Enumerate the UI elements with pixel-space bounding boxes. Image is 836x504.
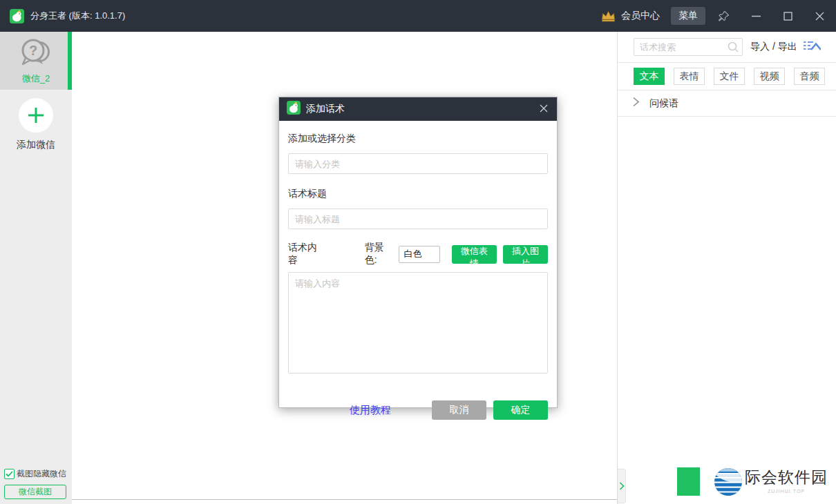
close-button[interactable] bbox=[814, 12, 825, 21]
hide-wechat-label: 截图隐藏微信 bbox=[17, 468, 66, 480]
tab-file[interactable]: 文件 bbox=[714, 68, 745, 85]
app-title: 分身王者 (版本: 1.0.1.7) bbox=[30, 10, 125, 22]
maximize-button[interactable] bbox=[782, 12, 793, 21]
hide-wechat-checkbox[interactable]: 截图隐藏微信 bbox=[4, 468, 68, 480]
dialog-header: 添加话术 bbox=[279, 97, 557, 121]
member-center-link[interactable]: 会员中心 bbox=[621, 10, 660, 22]
account-label: 微信_2 bbox=[22, 72, 50, 85]
dialog-close-icon[interactable] bbox=[538, 101, 549, 117]
panel-collapse-handle[interactable] bbox=[618, 469, 626, 503]
content-label: 话术内容 bbox=[288, 242, 322, 266]
titlebar: 分身王者 (版本: 1.0.1.7) 会员中心 菜单 bbox=[0, 0, 836, 32]
menu-button[interactable]: 菜单 bbox=[671, 7, 705, 25]
content-textarea[interactable] bbox=[288, 272, 548, 374]
tab-emoji[interactable]: 表情 bbox=[674, 68, 705, 85]
tab-audio[interactable]: 音频 bbox=[794, 68, 825, 85]
minimize-button[interactable] bbox=[750, 12, 761, 21]
wechat-screenshot-button[interactable]: 微信截图 bbox=[4, 485, 66, 499]
group-label: 问候语 bbox=[649, 97, 678, 110]
search-icon bbox=[727, 41, 739, 56]
active-indicator bbox=[68, 32, 72, 90]
chevron-right-icon bbox=[631, 97, 640, 110]
sidebar: ? 微信_2 添加微信 截图隐藏微信 微信截图 bbox=[0, 32, 72, 504]
dialog-title: 添加话术 bbox=[306, 103, 538, 115]
insert-image-button[interactable]: 插入图片 bbox=[503, 245, 548, 264]
import-export-link[interactable]: 导入 / 导出 bbox=[750, 41, 797, 53]
search-row: 导入 / 导出 bbox=[618, 32, 836, 56]
sidebar-item-wechat-2[interactable]: ? 微信_2 bbox=[0, 32, 72, 90]
content-toolbar: 话术内容 背景色: 微信表情 插入图片 bbox=[288, 242, 548, 266]
bg-color-label: 背景色: bbox=[365, 242, 392, 266]
sidebar-bottom: 截图隐藏微信 微信截图 bbox=[4, 468, 68, 499]
add-wechat-button[interactable]: 添加微信 bbox=[0, 90, 72, 151]
globe-logo-icon bbox=[713, 467, 743, 500]
dialog-footer: 使用教程 取消 确定 bbox=[288, 400, 548, 420]
script-title-label: 话术标题 bbox=[288, 188, 548, 200]
svg-text:?: ? bbox=[29, 43, 37, 58]
watermark-green-square bbox=[677, 467, 700, 496]
tab-text[interactable]: 文本 bbox=[634, 68, 665, 85]
plus-icon bbox=[19, 98, 53, 133]
script-panel: 导入 / 导出 文本 表情 文件 视频 音频 bbox=[617, 32, 836, 504]
wechat-emoji-button[interactable]: 微信表情 bbox=[452, 245, 497, 264]
crown-icon bbox=[600, 10, 616, 22]
script-group-greeting[interactable]: 问候语 bbox=[618, 90, 836, 117]
pin-icon[interactable] bbox=[718, 10, 730, 22]
import-export-icon[interactable] bbox=[804, 39, 821, 55]
category-input[interactable] bbox=[288, 153, 548, 174]
app-logo-icon bbox=[287, 101, 301, 117]
app-logo-icon bbox=[10, 9, 24, 23]
chevron-right-green-icon bbox=[619, 482, 625, 490]
script-type-tabs: 文本 表情 文件 视频 音频 bbox=[618, 63, 836, 85]
checkbox-checked-icon bbox=[4, 469, 15, 479]
app-window: 分身王者 (版本: 1.0.1.7) 会员中心 菜单 bbox=[0, 0, 836, 504]
bg-color-input[interactable] bbox=[399, 246, 440, 263]
category-label: 添加或选择分类 bbox=[288, 133, 356, 144]
site-domain: ZUJIHUI.TOP bbox=[745, 489, 828, 494]
add-script-dialog: 添加话术 添加或选择分类 话术标题 话术内容 背景色: 微信表情 插入图片 使用… bbox=[278, 97, 558, 408]
tab-video[interactable]: 视频 bbox=[754, 68, 785, 85]
tutorial-link[interactable]: 使用教程 bbox=[350, 404, 391, 417]
site-name: 际会软件园 bbox=[745, 467, 828, 488]
confirm-button[interactable]: 确定 bbox=[493, 400, 548, 420]
dialog-body: 添加或选择分类 话术标题 话术内容 背景色: 微信表情 插入图片 使用教程 取消… bbox=[279, 121, 557, 420]
chat-question-icon: ? bbox=[19, 37, 53, 71]
cancel-button[interactable]: 取消 bbox=[432, 400, 486, 420]
site-watermark: 际会软件园 ZUJIHUI.TOP bbox=[713, 467, 828, 500]
script-title-input[interactable] bbox=[288, 209, 548, 229]
add-wechat-label: 添加微信 bbox=[17, 139, 55, 151]
search-box bbox=[634, 38, 743, 56]
